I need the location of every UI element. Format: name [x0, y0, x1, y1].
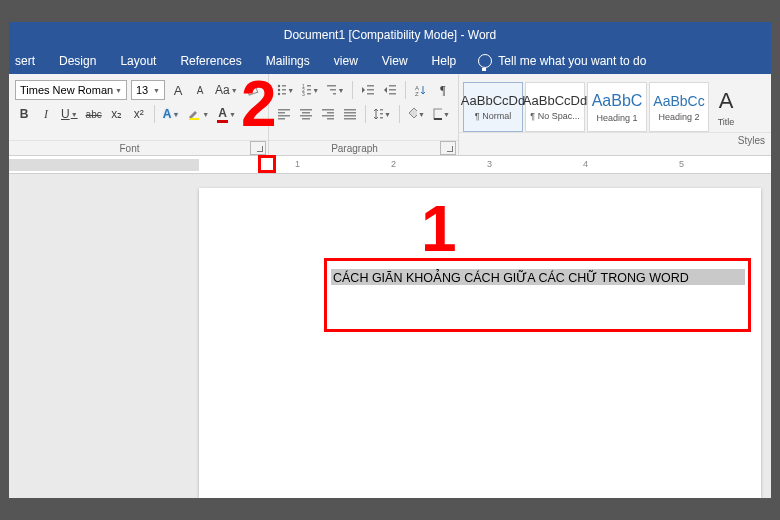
font-group-label: Font: [9, 143, 250, 154]
line-spacing-button[interactable]: ▼: [372, 104, 393, 124]
chevron-down-icon: ▼: [172, 111, 179, 118]
svg-rect-5: [282, 89, 286, 91]
annotation-box-2: [258, 155, 276, 173]
style-heading2[interactable]: AaBbCcHeading 2: [649, 82, 709, 132]
borders-button[interactable]: ▼: [431, 104, 452, 124]
annotation-number-2: 2: [241, 67, 277, 141]
style-heading1[interactable]: AaBbCHeading 1: [587, 82, 647, 132]
font-size-combo[interactable]: 13▼: [131, 80, 165, 100]
svg-rect-3: [282, 85, 286, 87]
tab-review[interactable]: view: [322, 48, 370, 74]
styles-group-label: Styles: [459, 135, 771, 146]
svg-rect-25: [278, 109, 290, 111]
bold-button[interactable]: B: [15, 104, 33, 124]
grow-font-button[interactable]: A: [169, 80, 187, 100]
svg-rect-31: [300, 115, 312, 117]
svg-point-4: [278, 89, 280, 91]
align-right-icon: [322, 108, 334, 120]
tab-design[interactable]: Design: [47, 48, 108, 74]
multilevel-list-button[interactable]: ▼: [325, 80, 346, 100]
align-center-button[interactable]: [297, 104, 315, 124]
svg-text:Z: Z: [415, 91, 419, 96]
text-effects-button[interactable]: A▼: [161, 104, 182, 124]
chevron-down-icon: ▼: [231, 87, 238, 94]
svg-rect-26: [278, 112, 285, 114]
separator: [352, 81, 353, 99]
tab-insert[interactable]: sert: [9, 48, 47, 74]
show-marks-button[interactable]: ¶: [434, 80, 452, 100]
justify-button[interactable]: [341, 104, 359, 124]
svg-rect-19: [367, 93, 374, 95]
annotation-number-1: 1: [421, 192, 457, 266]
svg-rect-15: [330, 89, 336, 91]
svg-rect-14: [327, 85, 336, 87]
svg-rect-38: [344, 112, 356, 114]
underline-button[interactable]: U▼: [59, 104, 80, 124]
change-case-button[interactable]: Aa▼: [213, 80, 240, 100]
numbering-icon: 123: [302, 84, 311, 96]
italic-button[interactable]: I: [37, 104, 55, 124]
align-left-button[interactable]: [275, 104, 293, 124]
styles-group: AaBbCcDd¶ Normal AaBbCcDd¶ No Spac... Aa…: [459, 74, 771, 155]
svg-rect-21: [389, 89, 396, 91]
font-dialog-launcher[interactable]: [250, 141, 266, 155]
font-color-button[interactable]: A▼: [215, 104, 238, 124]
chevron-down-icon: ▼: [115, 87, 122, 94]
svg-rect-13: [307, 93, 311, 95]
svg-rect-17: [367, 85, 374, 87]
styles-gallery: AaBbCcDd¶ Normal AaBbCcDd¶ No Spac... Aa…: [459, 78, 771, 132]
tell-me-label: Tell me what you want to do: [498, 54, 646, 68]
window-title: Document1 [Compatibility Mode] - Word: [284, 28, 497, 42]
svg-rect-1: [189, 118, 199, 120]
increase-indent-button[interactable]: [381, 80, 399, 100]
tell-me-search[interactable]: Tell me what you want to do: [468, 54, 646, 68]
shrink-font-button[interactable]: A: [191, 80, 209, 100]
ruler-marks: 1 2 3 4 5: [199, 156, 771, 174]
style-title[interactable]: ATitle: [711, 82, 741, 132]
borders-icon: [433, 108, 442, 120]
svg-rect-42: [380, 113, 383, 115]
svg-rect-37: [344, 109, 356, 111]
chevron-down-icon: ▼: [202, 111, 209, 118]
style-normal[interactable]: AaBbCcDd¶ Normal: [463, 82, 523, 132]
decrease-indent-button[interactable]: [359, 80, 377, 100]
paragraph-group: ▼ 123▼ ▼ AZ ¶ ▼: [269, 74, 459, 155]
page[interactable]: [199, 188, 761, 498]
horizontal-ruler[interactable]: 1 2 3 4 5: [9, 156, 771, 174]
svg-rect-35: [322, 115, 334, 117]
document-area[interactable]: [9, 174, 771, 498]
tab-help[interactable]: Help: [420, 48, 469, 74]
chevron-down-icon: ▼: [418, 111, 425, 118]
chevron-down-icon: ▼: [71, 111, 78, 118]
title-bar: Document1 [Compatibility Mode] - Word: [9, 22, 771, 48]
tab-view[interactable]: View: [370, 48, 420, 74]
separator: [365, 105, 366, 123]
svg-rect-27: [278, 115, 290, 117]
style-no-spacing[interactable]: AaBbCcDd¶ No Spac...: [525, 82, 585, 132]
strike-button[interactable]: abc: [84, 104, 104, 124]
svg-rect-40: [344, 118, 356, 120]
justify-icon: [344, 108, 356, 120]
paragraph-dialog-launcher[interactable]: [440, 141, 456, 155]
chevron-down-icon: ▼: [384, 111, 391, 118]
svg-rect-28: [278, 118, 285, 120]
svg-rect-30: [302, 112, 310, 114]
superscript-button[interactable]: x²: [130, 104, 148, 124]
font-group: Times New Roman▼ 13▼ A A Aa▼ B I U▼ abc …: [9, 74, 269, 155]
chevron-down-icon: ▼: [312, 87, 319, 94]
align-right-button[interactable]: [319, 104, 337, 124]
sort-button[interactable]: AZ: [412, 80, 430, 100]
font-name-combo[interactable]: Times New Roman▼: [15, 80, 127, 100]
tab-layout[interactable]: Layout: [108, 48, 168, 74]
bullets-icon: [277, 84, 286, 96]
paragraph-group-label: Paragraph: [269, 143, 440, 154]
subscript-button[interactable]: x₂: [108, 104, 126, 124]
sort-icon: AZ: [415, 84, 427, 96]
outdent-icon: [362, 84, 374, 96]
numbering-button[interactable]: 123▼: [300, 80, 321, 100]
shading-button[interactable]: ▼: [406, 104, 427, 124]
svg-rect-32: [302, 118, 310, 120]
svg-rect-43: [380, 117, 383, 119]
bullets-button[interactable]: ▼: [275, 80, 296, 100]
highlight-button[interactable]: ▼: [185, 104, 211, 124]
